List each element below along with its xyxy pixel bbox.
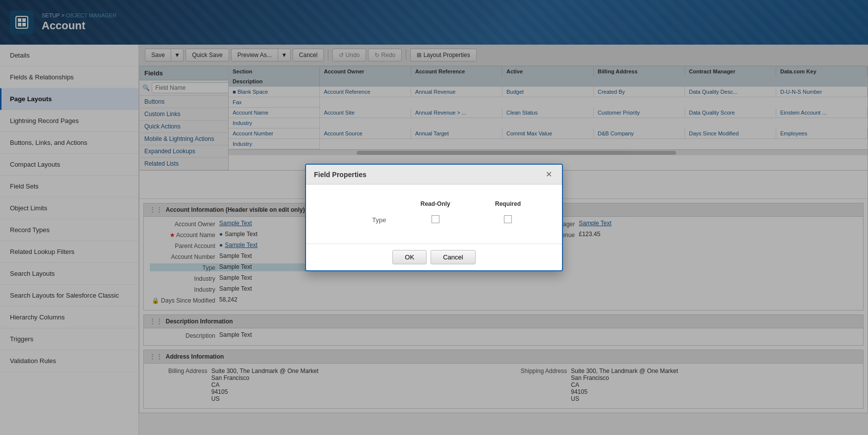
col-header-required: Required — [475, 200, 541, 211]
modal-footer: OK Cancel — [306, 244, 562, 270]
modal-body: Read-Only Required Type — [306, 185, 562, 244]
modal-overlay: Field Properties ✕ Read-Only Required Ty… — [0, 0, 868, 435]
read-only-checkbox[interactable] — [432, 215, 439, 223]
field-properties-modal: Field Properties ✕ Read-Only Required Ty… — [305, 164, 563, 271]
field-type-label: Type — [327, 212, 396, 228]
read-only-cell — [397, 212, 474, 228]
col-header-empty — [327, 200, 396, 211]
field-properties-table: Read-Only Required Type — [326, 199, 542, 229]
modal-ok-button[interactable]: OK — [392, 250, 427, 264]
modal-close-button[interactable]: ✕ — [544, 170, 554, 179]
modal-cancel-button[interactable]: Cancel — [431, 250, 475, 264]
required-checkbox[interactable] — [504, 215, 512, 223]
modal-header: Field Properties ✕ — [306, 165, 562, 185]
required-cell — [475, 212, 541, 228]
modal-title: Field Properties — [314, 171, 367, 179]
col-header-read-only: Read-Only — [397, 200, 474, 211]
